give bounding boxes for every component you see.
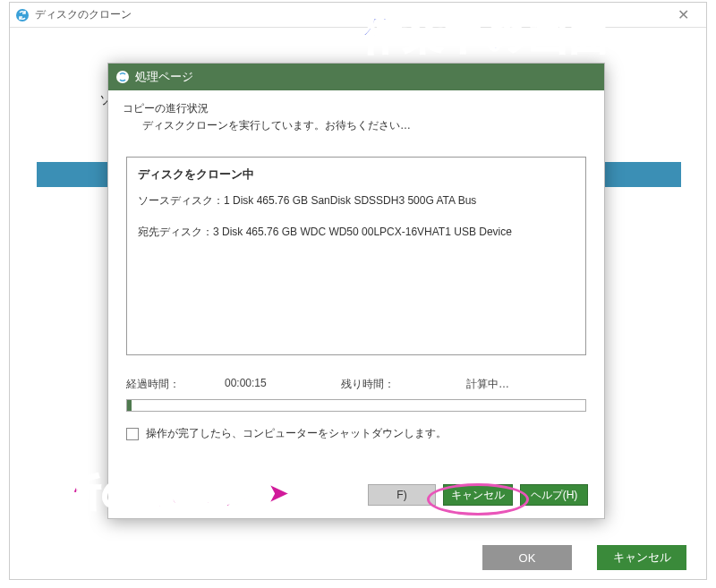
time-row: 経過時間： 00:00:15 残り時間： 計算中… (126, 377, 586, 392)
dialog-titlebar: 処理ページ (108, 64, 604, 90)
progress-fill (127, 400, 132, 411)
outer-titlebar: ディスクのクローン ✕ (10, 3, 706, 28)
shutdown-label: 操作が完了したら、コンピューターをシャットダウンします。 (146, 426, 447, 441)
remaining-value: 計算中… (466, 377, 586, 392)
dialog-app-icon (115, 70, 130, 84)
app-icon (15, 8, 30, 22)
outer-footer: OK キャンセル (482, 545, 686, 570)
status-box: ディスクをクローン中 ソースディスク：1 Disk 465.76 GB SanD… (126, 157, 586, 355)
progress-bar (126, 399, 586, 412)
shutdown-row: 操作が完了したら、コンピューターをシャットダウンします。 (126, 426, 586, 441)
progress-dialog: 処理ページ コピーの進行状況 ディスククローンを実行しています。お待ちください…… (107, 63, 605, 519)
dialog-footer: F) キャンセル ヘルプ(H) (368, 484, 588, 506)
progress-heading: コピーの進行状況 (123, 101, 586, 116)
progress-message: ディスククローンを実行しています。お待ちください… (142, 118, 586, 133)
help-button[interactable]: ヘルプ(H) (520, 484, 588, 506)
ok-button[interactable]: OK (482, 545, 572, 570)
remaining-label: 残り時間： (341, 377, 466, 392)
cancel-button-outer[interactable]: キャンセル (597, 545, 686, 570)
window-title: ディスクのクローン (35, 7, 132, 22)
close-icon[interactable]: ✕ (665, 4, 701, 27)
elapsed-value: 00:00:15 (225, 377, 341, 392)
finish-button[interactable]: F) (368, 484, 436, 506)
dialog-body: コピーの進行状況 ディスククローンを実行しています。お待ちください… ディスクを… (108, 90, 604, 450)
cancel-button[interactable]: キャンセル (443, 484, 513, 506)
status-heading: ディスクをクローン中 (138, 166, 575, 183)
source-disk-line: ソースディスク：1 Disk 465.76 GB SanDisk SDSSDH3… (138, 193, 575, 209)
dest-disk-line: 宛先ディスク：3 Disk 465.76 GB WDC WD50 00LPCX-… (138, 225, 575, 240)
dialog-title: 処理ページ (135, 69, 193, 85)
elapsed-label: 経過時間： (126, 377, 225, 392)
shutdown-checkbox[interactable] (126, 428, 139, 440)
